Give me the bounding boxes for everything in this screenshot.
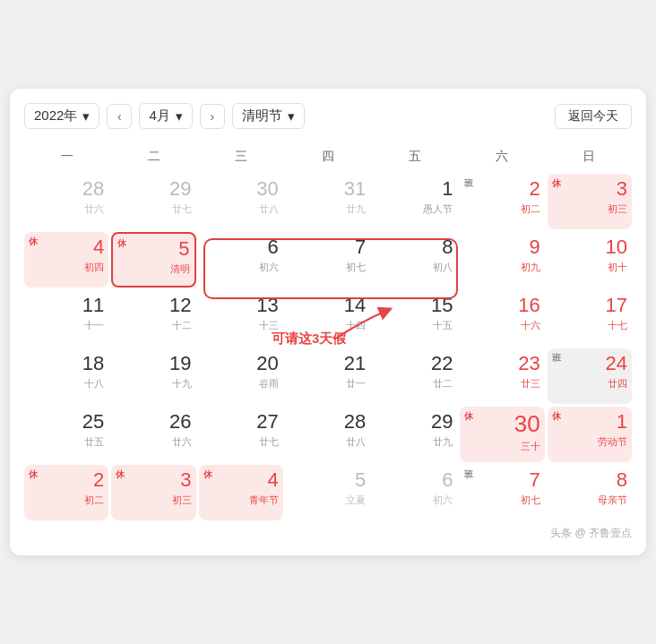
- table-row[interactable]: 1 愚人节: [373, 174, 457, 229]
- holiday-badge: 休: [464, 410, 473, 423]
- table-row[interactable]: 19 十九: [111, 348, 195, 404]
- work-badge: 班: [464, 468, 473, 481]
- table-row[interactable]: 6 初六: [373, 465, 457, 520]
- weekday-mon: 一: [24, 143, 111, 170]
- festival-label: 清明节: [242, 107, 282, 125]
- month-select[interactable]: 4月 ▾: [139, 103, 192, 129]
- table-row[interactable]: 休 3 初三: [548, 174, 632, 229]
- holiday-badge: 休: [552, 410, 561, 423]
- table-row[interactable]: 休 30 三十: [460, 407, 544, 462]
- table-row[interactable]: 22 廿二: [373, 348, 457, 404]
- table-row[interactable]: 20 谷雨: [199, 348, 283, 404]
- table-row[interactable]: 10 初十: [548, 232, 632, 288]
- table-row[interactable]: 30 廿八: [199, 174, 283, 229]
- table-row[interactable]: 29 廿九: [373, 407, 457, 462]
- table-row[interactable]: 9 初九: [460, 232, 544, 288]
- table-row[interactable]: 13 十三: [199, 290, 283, 346]
- weekday-sun: 日: [545, 143, 632, 170]
- table-row[interactable]: 班 7 初七: [460, 465, 544, 520]
- work-badge: 班: [552, 352, 561, 365]
- table-row[interactable]: 21 廿一: [286, 348, 370, 404]
- table-row[interactable]: 8 初八: [373, 232, 457, 288]
- year-select[interactable]: 2022年 ▾: [24, 103, 99, 129]
- month-label: 4月: [149, 107, 169, 125]
- table-row[interactable]: 8 母亲节: [548, 465, 632, 520]
- month-dropdown-icon: ▾: [176, 108, 183, 125]
- weekday-tue: 二: [111, 143, 198, 170]
- calendar-header: 2022年 ▾ ‹ 4月 ▾ › 清明节 ▾ 返回今天: [24, 103, 632, 129]
- weekday-fri: 五: [371, 143, 458, 170]
- table-row[interactable]: 27 廿七: [199, 407, 283, 462]
- holiday-badge: 休: [29, 236, 38, 248]
- calendar: 2022年 ▾ ‹ 4月 ▾ › 清明节 ▾ 返回今天 一 二 三 四 五 六 …: [10, 89, 646, 555]
- next-month-button[interactable]: ›: [200, 104, 225, 129]
- table-row[interactable]: 休 4 青年节: [199, 465, 283, 520]
- festival-select[interactable]: 清明节 ▾: [232, 103, 305, 129]
- table-row[interactable]: 12 十二: [111, 290, 195, 346]
- holiday-badge: 休: [29, 468, 38, 481]
- table-row[interactable]: 16 十六: [460, 290, 544, 346]
- table-row[interactable]: 25 廿五: [24, 407, 108, 462]
- holiday-badge: 休: [117, 237, 126, 250]
- table-row[interactable]: 休 2 初二: [24, 465, 108, 520]
- table-row[interactable]: 休 3 初三: [111, 465, 195, 520]
- table-row[interactable]: 休 4 初四: [24, 232, 108, 288]
- year-dropdown-icon: ▾: [82, 108, 90, 125]
- table-row[interactable]: 17 十七: [548, 290, 632, 346]
- table-row[interactable]: 休 5 清明: [111, 232, 195, 288]
- table-row[interactable]: 26 廿六: [111, 407, 195, 462]
- holiday-badge: 休: [203, 468, 212, 481]
- prev-month-button[interactable]: ‹: [107, 104, 132, 129]
- table-row[interactable]: 14 十四: [286, 290, 370, 346]
- weekday-wed: 三: [198, 143, 285, 170]
- weekday-header: 一 二 三 四 五 六 日: [24, 143, 632, 170]
- table-row[interactable]: 11 十一: [24, 290, 108, 346]
- weekday-sat: 六: [458, 143, 545, 170]
- table-row[interactable]: 班 24 廿四: [548, 348, 632, 404]
- holiday-badge: 休: [552, 177, 561, 190]
- table-row[interactable]: 29 廿七: [111, 174, 195, 229]
- table-row[interactable]: 班 2 初二: [460, 174, 544, 229]
- table-row[interactable]: 7 初七: [286, 232, 370, 288]
- holiday-badge: 休: [116, 468, 125, 481]
- table-row[interactable]: 6 初六: [199, 232, 283, 288]
- table-row[interactable]: 28 廿六: [24, 174, 108, 229]
- year-label: 2022年: [34, 107, 77, 125]
- table-row[interactable]: 休 1 劳动节: [548, 407, 632, 462]
- table-row[interactable]: 31 廿九: [286, 174, 370, 229]
- table-row[interactable]: 15 十五: [373, 290, 457, 346]
- table-row[interactable]: 5 立夏: [286, 465, 370, 520]
- table-row[interactable]: 28 廿八: [286, 407, 370, 462]
- table-row[interactable]: 23 廿三: [460, 348, 544, 404]
- table-row[interactable]: 18 十八: [24, 348, 108, 404]
- weekday-thu: 四: [285, 143, 372, 170]
- festival-dropdown-icon: ▾: [288, 108, 295, 125]
- return-today-button[interactable]: 返回今天: [555, 104, 632, 129]
- watermark: 头条 @ 齐鲁壹点: [24, 526, 632, 541]
- days-grid: 28 廿六 29 廿七 30 廿八 31 廿九 1 愚人节 班 2: [24, 174, 632, 520]
- work-badge: 班: [464, 177, 473, 190]
